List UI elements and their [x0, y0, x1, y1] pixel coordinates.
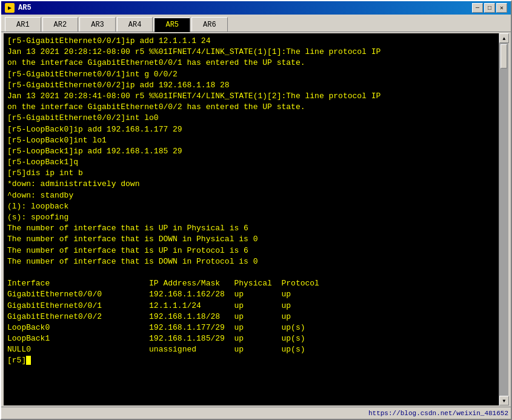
tab-ar6[interactable]: AR6	[191, 17, 228, 32]
close-button[interactable]: ✕	[496, 3, 507, 13]
title-bar: ▶ AR5 ─ □ ✕	[1, 1, 511, 15]
minimize-button[interactable]: ─	[472, 3, 483, 13]
terminal-line: [r5-GigabitEthernet0/0/1]int g 0/0/2	[7, 70, 178, 79]
terminal-line: The number of interface that is UP in Ph…	[7, 224, 248, 233]
terminal-line: The number of interface that is UP in Pr…	[7, 246, 248, 255]
terminal-line: The number of interface that is DOWN in …	[7, 235, 258, 244]
terminal-line: [r5-LoopBack0]ip add 192.168.1.177 29	[7, 125, 182, 134]
terminal-line: on the interface GigabitEthernet0/0/1 ha…	[7, 58, 305, 67]
table-row: GigabitEthernet0/0/2 192.168.1.18/28 up …	[7, 312, 291, 321]
title-bar-left: ▶ AR5	[5, 3, 32, 13]
main-window: ▶ AR5 ─ □ ✕ AR1 AR2 AR3 AR4 AR5 AR6 [r5-…	[0, 0, 512, 420]
table-row: LoopBack1 192.168.1.185/29 up up(s)	[7, 334, 305, 343]
window-title: AR5	[18, 4, 32, 12]
terminal-line: *down: administratively down	[7, 179, 139, 188]
table-row: NULL0 unassigned up up(s)	[7, 345, 305, 354]
terminal-line: on the interface GigabitEthernet0/0/2 ha…	[7, 102, 305, 112]
title-controls: ─ □ ✕	[472, 3, 507, 13]
terminal-line: The number of interface that is DOWN in …	[7, 257, 258, 266]
tab-ar5[interactable]: AR5	[154, 18, 190, 32]
terminal-line: Jan 13 2021 20:28:41-08:00 r5 %%01IFNET/…	[7, 92, 381, 101]
terminal-line: [r5-GigabitEthernet0/0/2]ip add 192.168.…	[7, 81, 230, 90]
tab-bar: AR1 AR2 AR3 AR4 AR5 AR6	[1, 15, 511, 32]
terminal-line: ^down: standby	[7, 191, 73, 200]
tab-ar2[interactable]: AR2	[42, 17, 79, 32]
terminal-line: [r5-LoopBack1]q	[7, 158, 78, 167]
scrollbar-track[interactable]	[499, 43, 508, 396]
terminal-line: [r5-GigabitEthernet0/0/1]ip add 12.1.1.1…	[7, 36, 210, 45]
scrollbar-thumb[interactable]	[500, 44, 507, 68]
terminal-line: Jan 13 2021 20:28:12-08:00 r5 %%01IFNET/…	[7, 47, 381, 56]
tab-ar3[interactable]: AR3	[79, 17, 116, 32]
terminal-wrapper: [r5-GigabitEthernet0/0/1]ip add 12.1.1.1…	[1, 32, 511, 407]
scroll-up-button[interactable]: ▲	[499, 33, 509, 43]
scrollbar: ▲ ▼	[499, 33, 508, 405]
terminal-line: [r5-LoopBack0]int lo1	[7, 136, 107, 145]
app-icon: ▶	[5, 3, 15, 13]
terminal-prompt: [r5]	[7, 356, 26, 365]
table-header: Interface IP Address/Mask Physical Proto…	[7, 279, 319, 288]
terminal[interactable]: [r5-GigabitEthernet0/0/1]ip add 12.1.1.1…	[4, 33, 499, 405]
tab-ar1[interactable]: AR1	[5, 17, 41, 32]
restore-button[interactable]: □	[484, 3, 495, 13]
terminal-line: [r5-GigabitEthernet0/0/2]int lo0	[7, 113, 159, 122]
terminal-line: (s): spoofing	[7, 213, 68, 222]
table-row: LoopBack0 192.168.1.177/29 up up(s)	[7, 323, 305, 332]
terminal-line: [r5]dis ip int b	[7, 168, 83, 178]
status-url: https://blog.csdn.net/weixin_481652	[368, 410, 508, 417]
status-bar: https://blog.csdn.net/weixin_481652	[1, 407, 511, 419]
table-row: GigabitEthernet0/0/1 12.1.1.1/24 up up	[7, 301, 291, 310]
terminal-line: [r5-LoopBack1]ip add 192.168.1.185 29	[7, 147, 182, 156]
table-row: GigabitEthernet0/0/0 192.168.1.162/28 up…	[7, 290, 291, 299]
tab-ar4[interactable]: AR4	[117, 17, 153, 32]
scroll-down-button[interactable]: ▼	[499, 396, 509, 405]
terminal-line: (l): loopback	[7, 202, 68, 211]
cursor	[26, 356, 31, 365]
